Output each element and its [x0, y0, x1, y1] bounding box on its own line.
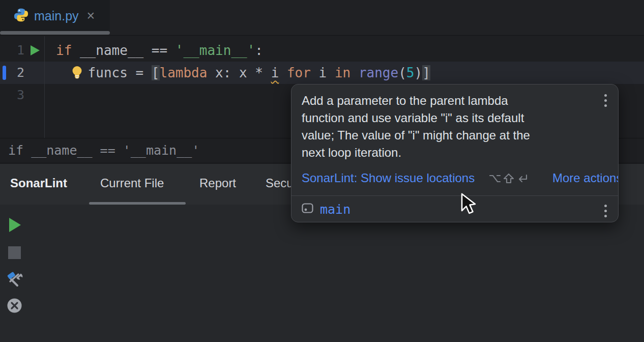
run-line-icon[interactable] — [29, 44, 41, 59]
tool-window-title: SonarLint — [10, 164, 67, 203]
analyze-play-button[interactable] — [8, 217, 21, 235]
issue-popup: Add a parameter to the parent lambda fun… — [291, 84, 619, 222]
shortcut-hint — [489, 173, 529, 185]
editor-line-1: 1 if __name__ == '__main__': — [0, 39, 644, 62]
tab-selected-indicator — [0, 31, 110, 35]
mouse-cursor — [459, 192, 476, 218]
popup-more-menu-icon[interactable] — [604, 94, 607, 107]
popup-message: Add a parameter to the parent lambda fun… — [302, 92, 545, 161]
popup-context-row[interactable]: main — [291, 196, 619, 222]
tab-label: main.py — [34, 9, 79, 23]
sonarlint-panel: Found 1 issue in 1 file main.py (1 issue… — [0, 205, 644, 342]
enter-key-icon — [516, 173, 529, 184]
close-tab-icon[interactable]: × — [87, 9, 95, 23]
tab-report[interactable]: Report — [199, 164, 236, 203]
popup-actions-row: SonarLint: Show issue locations More act… — [291, 171, 619, 186]
line-number: 3 — [0, 84, 24, 106]
option-key-icon — [489, 173, 501, 184]
clear-close-icon[interactable] — [7, 298, 22, 316]
code-line: funcs = [lambda x: x * i for i in range(… — [56, 62, 430, 84]
python-icon — [13, 7, 29, 25]
tab-main-py[interactable]: main.py × — [0, 0, 110, 32]
gutter-separator — [44, 36, 45, 138]
context-more-menu-icon[interactable] — [604, 205, 607, 217]
run-config-icon — [302, 203, 314, 216]
shift-key-icon — [503, 173, 515, 185]
line-number: 2 — [0, 62, 24, 84]
code-line: if __name__ == '__main__': — [56, 39, 263, 62]
tab-current-file[interactable]: Current File — [100, 164, 164, 203]
line-number: 1 — [0, 39, 24, 62]
scope-text: if __name__ == '__main__' — [8, 138, 199, 163]
configure-tools-icon[interactable] — [6, 270, 23, 290]
more-actions-link[interactable]: More actions — [552, 171, 619, 185]
context-item-label: main — [320, 202, 350, 217]
show-issue-locations-link[interactable]: SonarLint: Show issue locations — [302, 171, 475, 185]
stop-button[interactable] — [8, 246, 21, 262]
editor-line-2: 2 funcs = [lambda x: x * i for i in rang… — [0, 62, 644, 84]
editor-tab-bar: main.py × — [0, 0, 644, 36]
